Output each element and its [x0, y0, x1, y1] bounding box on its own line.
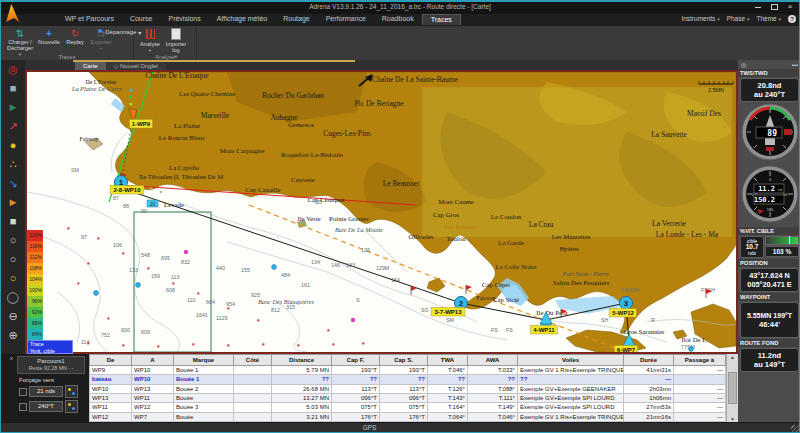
column-header[interactable]: Marque: [174, 355, 234, 366]
waypoint-tag-1-WP9[interactable]: 1-WP9: [130, 120, 153, 129]
column-header[interactable]: Cap S.: [380, 355, 428, 366]
trace-legend-box[interactable]: Trace %vit. cible: [27, 340, 73, 354]
table-cell: 1h06mn: [624, 393, 674, 402]
more-dots-icon[interactable]: •••: [792, 62, 798, 68]
table-row[interactable]: WP12WP7Bouée3.21 MN176°T176°TT.064°T.046…: [90, 412, 726, 421]
nautical-chart[interactable]: 2.5MN 8788909710613315911311066495492581…: [25, 70, 738, 354]
mark-arrow-icon[interactable]: ↘: [1, 174, 25, 193]
table-cell: 075°T: [332, 403, 380, 412]
waypoint-tag-2-8-WP10[interactable]: 2-8-WP10: [110, 186, 144, 195]
mark-move-icon[interactable]: ↗: [1, 117, 25, 136]
table-cell: ??: [332, 375, 380, 384]
help-icon[interactable]: ?: [788, 15, 796, 23]
close-button[interactable]: ×: [783, 3, 797, 12]
table-cell: 113°T: [332, 384, 380, 393]
map-tab-nouvel-onglet[interactable]: ◇ Nouvel Onglet: [106, 62, 166, 70]
route-fond-value[interactable]: 11.2nd au 149°T: [740, 348, 799, 372]
cog-readout: 150.2: [753, 196, 774, 204]
boat-sails-icon[interactable]: ►: [1, 193, 25, 212]
wind-angle-gauge[interactable]: 89: [738, 103, 800, 165]
parcours-header[interactable]: Parcours1 Reste 92.28 MN - -: [17, 356, 85, 374]
menu-right-phase[interactable]: Phase ▾: [727, 15, 750, 23]
menu-tab-routage[interactable]: Routage: [275, 14, 317, 25]
tws-twd-value[interactable]: 20.8nd au 240°T: [740, 78, 799, 102]
position-value[interactable]: 43°17.624 N 005°20.471 E: [740, 268, 799, 292]
minimize-button[interactable]: [751, 3, 765, 12]
wind-speed-field[interactable]: 21 nds: [29, 386, 63, 397]
table-cell: WP11: [90, 403, 132, 412]
column-header[interactable]: Voiles: [518, 355, 624, 366]
waypoint-tag-5-WP12[interactable]: 5-WP12: [610, 309, 637, 318]
table-row[interactable]: WP13WP11Bouée13.27 MN096°T096°TT.143°T.1…: [90, 393, 726, 402]
menu-tab-traces[interactable]: Traces: [422, 14, 461, 25]
wind-speed-checkbox[interactable]: [19, 388, 27, 396]
table-row[interactable]: WP9WP10Bouée 15.79 MN193°T193°TT.046°T.0…: [90, 366, 726, 375]
menu-tab-performance[interactable]: Performance: [318, 14, 374, 25]
compass-b-icon[interactable]: ○: [1, 250, 25, 269]
menu-tab-roadbook[interactable]: Roadbook: [374, 14, 422, 25]
table-row[interactable]: WP10WP13Bouée 226.68 MN113°T113°TT.126°T…: [90, 384, 726, 393]
compass-gauge[interactable]: 0 90 180 270 11.2 nd 150.2 °: [738, 165, 800, 227]
select-circle-icon[interactable]: ◯: [1, 288, 25, 307]
table-cell: WP10: [90, 384, 132, 393]
waypoint-tag-6-WP7[interactable]: 6-WP7: [615, 346, 638, 353]
gear-icon[interactable]: ◎: [741, 61, 746, 68]
table-scrollbar[interactable]: ▲ ▼: [726, 354, 738, 422]
map-tab-carte[interactable]: Carte: [75, 62, 106, 70]
compass-a-icon[interactable]: ○: [1, 231, 25, 250]
table-row[interactable]: bateauWP10Bouée 1????????????—: [90, 375, 726, 384]
hazard-mark: *: [97, 236, 100, 243]
ribbon-group-analyse: Analyse▾Importerlog▾ Analyse: [134, 26, 197, 60]
table-row[interactable]: WP11WP12Bouée 35.03 MN075°T075°TT.164°T.…: [90, 403, 726, 412]
column-header[interactable]: Côté: [234, 355, 272, 366]
zoom-out-icon[interactable]: ⊖: [1, 307, 25, 326]
tracking-boat-icon[interactable]: ►: [1, 98, 25, 117]
column-header[interactable]: Distance: [272, 355, 332, 366]
column-header[interactable]: Durée: [624, 355, 674, 366]
table-header-row: DeAMarqueCôtéDistanceCap F.Cap S.TWAAWAV…: [90, 355, 726, 366]
waypoint-tag-4-WP11[interactable]: 4-WP11: [531, 326, 558, 335]
place-label: Cap Canaille: [245, 186, 280, 193]
wind-dir-field[interactable]: 240°T: [29, 401, 63, 412]
table-cell: —: [674, 366, 726, 375]
hazard-mark: *: [257, 318, 260, 325]
maximize-button[interactable]: [767, 3, 781, 12]
resize-grip[interactable]: [791, 425, 799, 433]
compass-c-icon[interactable]: ○: [1, 269, 25, 288]
chart-canvas[interactable]: 2.5MN 8788909710613315911311066495492581…: [27, 72, 736, 352]
place-label: Gros Sarannier: [624, 328, 666, 335]
table-cell: —: [674, 412, 726, 421]
wind-dir-source-button[interactable]: [65, 400, 78, 413]
menu-tab-wp-et-parcours[interactable]: WP et Parcours: [57, 14, 122, 25]
chart-map-icon[interactable]: ■: [1, 79, 25, 98]
zoom-in-icon[interactable]: ⊕: [1, 326, 25, 345]
chart-note-icon[interactable]: ■: [1, 212, 25, 231]
menu-tab-course[interactable]: Course: [122, 14, 161, 25]
menu-tab-affichage-m-t-o[interactable]: Affichage météo: [209, 14, 275, 25]
column-header[interactable]: A: [132, 355, 174, 366]
table-header[interactable]: DeAMarqueCôtéDistanceCap F.Cap S.TWAAWAV…: [90, 355, 726, 366]
menu-right-instruments[interactable]: Instruments ▾: [681, 15, 719, 23]
column-header[interactable]: Passage à: [674, 355, 726, 366]
waypoint-circle-3[interactable]: 3: [620, 297, 633, 310]
scroll-thumb[interactable]: [728, 372, 737, 404]
column-header[interactable]: TWA: [428, 355, 468, 366]
hazard-mark: *: [122, 251, 125, 258]
column-header[interactable]: De: [90, 355, 132, 366]
table-cell: 113°T: [380, 384, 428, 393]
wind-dir-checkbox[interactable]: [19, 403, 27, 411]
depannage-button[interactable]: ⚑ Dépannage▾: [97, 28, 141, 36]
menu-tab-pr-visions[interactable]: Prévisions: [160, 14, 208, 25]
mark-buoy-icon[interactable]: ●: [1, 136, 25, 155]
scroll-up-icon[interactable]: ▲: [730, 354, 735, 360]
life-ring-icon[interactable]: ◎: [1, 60, 25, 79]
waypoint-value[interactable]: 5.55MN 199°T 46:44': [740, 302, 799, 338]
wind-speed-source-button[interactable]: [65, 385, 78, 398]
waypoint-tag-3-7-WP13[interactable]: 3-7-WP13: [431, 308, 465, 317]
column-header[interactable]: AWA: [468, 355, 518, 366]
column-header[interactable]: Cap F.: [332, 355, 380, 366]
close-icon[interactable]: x: [10, 355, 13, 361]
menu-right-thème[interactable]: Thème ▾: [756, 15, 781, 23]
mark-group-icon[interactable]: ∴: [1, 155, 25, 174]
vit-cible-widget[interactable]: cible 10.7 nds 103 %: [740, 236, 799, 258]
